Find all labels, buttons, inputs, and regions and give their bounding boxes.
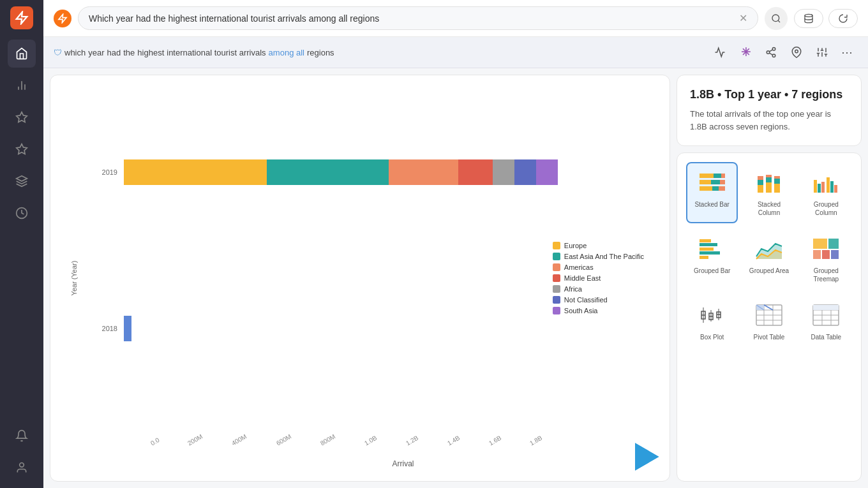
app-logo[interactable] <box>10 6 33 29</box>
sidebar-item-analytics[interactable] <box>8 71 36 100</box>
svg-rect-30 <box>720 180 725 184</box>
svg-line-77 <box>764 305 773 310</box>
box-plot-label: Box Plot <box>700 333 724 341</box>
legend-label-notclassified: Not Classified <box>564 296 608 304</box>
svg-rect-36 <box>758 176 763 180</box>
svg-rect-60 <box>831 250 839 259</box>
svg-rect-53 <box>700 256 708 259</box>
spinner-button[interactable] <box>828 9 858 28</box>
svg-rect-57 <box>828 239 839 249</box>
query-token-the: the <box>123 48 135 57</box>
bar-segment-middleeast <box>458 159 493 185</box>
query-tokens: 🛡 which year had the highest internation… <box>54 48 334 57</box>
svg-rect-46 <box>827 177 830 193</box>
svg-point-12 <box>772 54 775 57</box>
svg-rect-39 <box>766 175 772 177</box>
query-token-highest: highest <box>137 48 164 57</box>
svg-line-8 <box>778 20 780 22</box>
svg-rect-52 <box>700 251 720 255</box>
svg-rect-58 <box>813 250 821 259</box>
legend-label-middleeast: Middle East <box>564 274 601 282</box>
sidebar <box>0 0 43 488</box>
x-tick-400m: 400M <box>230 433 248 447</box>
legend-item-middleeast: Middle East <box>553 274 644 282</box>
bar-track-2019 <box>124 159 558 185</box>
legend-label-americas: Americas <box>564 263 594 271</box>
query-token-had: had <box>107 48 121 57</box>
info-desc: The total arrivals of the top one year i… <box>690 108 848 133</box>
sidebar-item-collections[interactable] <box>8 103 36 131</box>
data-table-icon <box>809 301 842 329</box>
svg-rect-33 <box>719 186 725 191</box>
chart-type-grouped-treemap[interactable]: Grouped Treemap <box>800 228 852 290</box>
chart-type-pivot-table[interactable]: Pivot Table <box>743 295 795 348</box>
chart-type-stacked-column[interactable]: Stacked Column <box>743 162 795 223</box>
bar-segment-africa <box>493 159 514 185</box>
x-tick-600m: 600M <box>275 433 292 447</box>
svg-rect-42 <box>774 176 780 179</box>
query-bar: 🛡 which year had the highest internation… <box>43 37 868 68</box>
more-options-button[interactable]: ⋯ <box>837 42 858 63</box>
legend-dot-africa <box>553 285 560 293</box>
chart-type-stacked-bar[interactable]: Stacked Bar <box>686 162 738 223</box>
chart-type-data-table[interactable]: Data Table <box>800 295 852 348</box>
sidebar-item-history[interactable] <box>8 199 36 227</box>
stacked-column-label: Stacked Column <box>747 200 791 217</box>
svg-rect-49 <box>700 239 711 242</box>
svg-rect-85 <box>813 305 839 310</box>
chart-type-box-plot[interactable]: Box Plot <box>686 295 738 348</box>
svg-point-6 <box>20 463 24 468</box>
sidebar-item-home[interactable] <box>8 40 36 68</box>
grouped-treemap-icon <box>809 235 842 263</box>
search-box[interactable]: Which year had the highest international… <box>78 6 758 30</box>
svg-rect-51 <box>700 248 714 251</box>
search-logo <box>54 10 71 27</box>
asterisk-icon-button[interactable]: ✳ <box>735 42 756 63</box>
chart-type-grouped-bar[interactable]: Grouped Bar <box>686 228 738 290</box>
chart-panel: Year (Year) 2019 <box>50 75 670 482</box>
svg-rect-47 <box>830 181 834 193</box>
pivot-table-label: Pivot Table <box>754 333 785 341</box>
svg-line-14 <box>769 50 772 52</box>
svg-rect-35 <box>758 180 763 185</box>
pivot-table-icon <box>752 301 786 329</box>
grouped-bar-icon <box>696 235 729 263</box>
legend-item-africa: Africa <box>553 285 644 293</box>
svg-point-11 <box>767 51 770 54</box>
x-tick-0: 0.0 <box>149 436 161 447</box>
chart-inner: 2019 <box>95 88 657 468</box>
bar-segment-notclassified <box>514 159 536 185</box>
sidebar-item-notifications[interactable] <box>8 422 36 450</box>
svg-point-10 <box>772 48 775 51</box>
grouped-area-icon <box>752 235 786 263</box>
query-token-regions: regions <box>307 48 334 57</box>
grouped-bar-label: Grouped Bar <box>694 267 730 275</box>
svg-rect-50 <box>700 243 717 246</box>
legend-dot-americas <box>553 263 560 271</box>
sidebar-item-profile[interactable] <box>8 454 36 482</box>
database-button[interactable] <box>794 9 823 28</box>
sidebar-item-layers[interactable] <box>8 167 36 195</box>
legend-item-eastasia: East Asia And The Pacific <box>553 253 644 260</box>
chart-type-grouped-column[interactable]: Grouped Column <box>800 162 852 223</box>
svg-rect-32 <box>712 186 719 191</box>
search-submit-button[interactable] <box>765 7 788 30</box>
x-tick-12b: 1.2B <box>405 434 419 447</box>
bar-track-2018 <box>124 316 558 341</box>
shield-icon: 🛡 <box>54 48 62 57</box>
filter-icon-button[interactable] <box>812 42 832 63</box>
content-area: Year (Year) 2019 <box>43 68 868 488</box>
share-icon-button[interactable] <box>761 42 781 63</box>
chart-type-grouped-area[interactable]: Grouped Area <box>743 228 795 290</box>
bar-segment-2018-small <box>124 316 131 341</box>
svg-marker-4 <box>17 176 27 181</box>
chart-area: Year (Year) 2019 <box>63 88 657 468</box>
clear-search-button[interactable]: ✕ <box>739 12 747 24</box>
x-tick-200m: 200M <box>186 433 204 447</box>
wave-icon-button[interactable] <box>710 42 730 63</box>
svg-rect-43 <box>814 180 817 193</box>
legend-dot-southasia <box>553 307 560 314</box>
bar-row-2018: 2018 <box>95 316 657 341</box>
sidebar-item-favorites[interactable] <box>8 135 36 163</box>
pin-icon-button[interactable] <box>786 42 807 63</box>
